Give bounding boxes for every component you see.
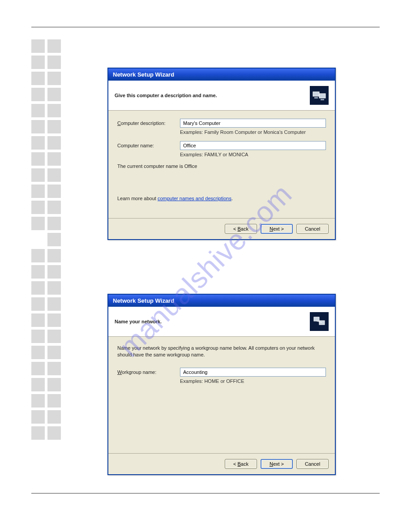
svg-rect-0 (313, 92, 319, 96)
decorative-sidebar (31, 39, 61, 440)
current-name-text: The current computer name is Office (117, 163, 326, 169)
computer-description-input[interactable] (180, 119, 326, 128)
next-button[interactable]: Next > (261, 224, 293, 234)
computer-name-label: Computer name: (117, 143, 180, 148)
learn-more-link[interactable]: computer names and descriptions (158, 196, 231, 201)
workgroup-name-label: Workgroup name: (117, 369, 180, 375)
svg-rect-5 (319, 321, 325, 325)
dialog1-titlebar: Network Setup Wizard (108, 69, 335, 81)
learn-more-prefix: Learn more about (117, 196, 158, 201)
name-example: Examples: FAMILY or MONICA (180, 152, 326, 157)
computer-network-icon (310, 86, 329, 105)
back-button[interactable]: < Back (225, 224, 257, 234)
dialog-computer-description: Network Setup Wizard Give this computer … (107, 68, 336, 240)
computer-description-label: Computer description: (117, 120, 180, 126)
cancel-button[interactable]: Cancel (296, 459, 329, 469)
svg-rect-3 (321, 99, 324, 100)
dialog2-body: Name your network by specifying a workgr… (108, 337, 335, 453)
svg-rect-2 (314, 97, 318, 99)
computer-name-input[interactable] (180, 141, 326, 150)
svg-rect-1 (319, 94, 325, 98)
dialog2-buttons: < Back Next > Cancel (108, 453, 335, 474)
dialog2-heading: Name your network. (115, 319, 162, 324)
learn-more-suffix: . (231, 196, 233, 201)
svg-rect-4 (314, 317, 319, 321)
description-example: Examples: Family Room Computer or Monica… (180, 129, 326, 135)
dialog2-intro: Name your network by specifying a workgr… (117, 345, 326, 359)
workgroup-name-input[interactable] (180, 368, 326, 377)
dialog1-heading: Give this computer a description and nam… (115, 93, 217, 98)
dialog-name-network: Network Setup Wizard Name your network. … (107, 294, 336, 475)
back-button[interactable]: < Back (225, 459, 257, 469)
dialog1-header: Give this computer a description and nam… (108, 81, 335, 111)
learn-more-row: Learn more about computer names and desc… (117, 196, 326, 201)
workgroup-example: Examples: HOME or OFFICE (180, 378, 326, 384)
top-rule (31, 27, 380, 27)
dialog2-header: Name your network. (108, 307, 335, 337)
dialog1-buttons: < Back Next > Cancel (108, 218, 335, 239)
next-button[interactable]: Next > (261, 459, 293, 469)
network-icon (310, 312, 329, 331)
bottom-rule (31, 493, 380, 493)
cancel-button[interactable]: Cancel (296, 224, 329, 234)
dialog1-body: Computer description: Examples: Family R… (108, 111, 335, 218)
dialog2-titlebar: Network Setup Wizard (108, 295, 335, 307)
